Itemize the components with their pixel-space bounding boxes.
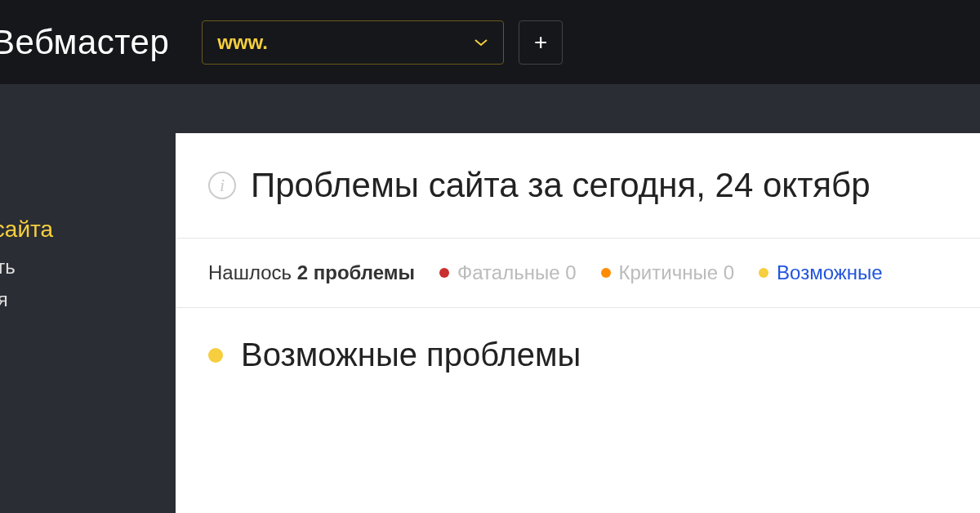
topbar: Вебмастер www. + [0, 0, 980, 84]
filter-fatal-label: Фатальные 0 [457, 261, 577, 284]
filter-possible-label: Возможные [777, 261, 883, 284]
info-icon[interactable]: i [208, 172, 236, 199]
sidebar-item-diagnostics[interactable]: тика [0, 166, 176, 208]
sidebar-item-site-diagnostics[interactable]: ика сайта [0, 208, 176, 251]
dot-orange-icon [601, 268, 611, 278]
add-site-button[interactable]: + [519, 20, 563, 65]
filter-fatal[interactable]: Фатальные 0 [439, 261, 577, 284]
dot-yellow-icon [208, 348, 223, 363]
sidebar: тика ика сайта ость ния ые [0, 84, 176, 513]
site-selector-value: www. [217, 31, 268, 54]
dot-red-icon [439, 268, 449, 278]
page-title: Проблемы сайта за сегодня, 24 октябр [251, 166, 871, 205]
dot-yellow-icon [759, 268, 768, 278]
summary-prefix: Нашлось [208, 261, 297, 283]
sidebar-item-violations[interactable]: ния [0, 283, 176, 316]
summary-row: Нашлось 2 проблемы Фатальные 0 Критичные… [176, 239, 980, 307]
section-possible: Возможные проблемы [176, 308, 980, 373]
sidebar-item-security[interactable]: ость [0, 251, 176, 283]
brand-title: Вебмастер [0, 23, 169, 62]
sidebar-item-other[interactable]: ые [0, 373, 176, 416]
filter-critical[interactable]: Критичные 0 [601, 261, 735, 284]
page-title-row: i Проблемы сайта за сегодня, 24 октябр [176, 133, 980, 238]
filter-critical-label: Критичные 0 [619, 261, 735, 284]
summary-text: Нашлось 2 проблемы [208, 261, 415, 284]
main-content: i Проблемы сайта за сегодня, 24 октябр Н… [176, 133, 980, 513]
summary-count: 2 проблемы [297, 261, 415, 283]
section-title: Возможные проблемы [241, 337, 581, 373]
filter-possible[interactable]: Возможные [759, 261, 883, 284]
chevron-down-icon [474, 38, 488, 47]
plus-icon: + [534, 29, 547, 56]
site-selector-dropdown[interactable]: www. [202, 20, 504, 65]
